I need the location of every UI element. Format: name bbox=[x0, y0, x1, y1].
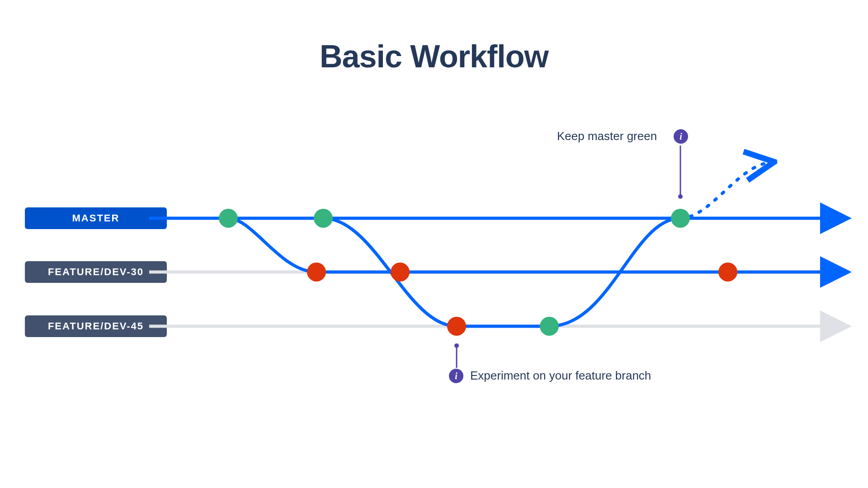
commit-node bbox=[447, 317, 466, 336]
commit-node bbox=[314, 209, 333, 228]
branch-curve-master-to-dev30 bbox=[228, 218, 316, 272]
commit-node bbox=[671, 209, 690, 228]
commit-node bbox=[718, 263, 737, 282]
commit-node bbox=[391, 263, 410, 282]
commit-node bbox=[219, 209, 238, 228]
svg-point-2 bbox=[678, 194, 683, 199]
commit-node bbox=[540, 317, 559, 336]
commit-node bbox=[307, 263, 326, 282]
svg-point-3 bbox=[454, 343, 459, 348]
workflow-diagram bbox=[0, 0, 868, 488]
future-branch-dotted bbox=[680, 163, 769, 218]
